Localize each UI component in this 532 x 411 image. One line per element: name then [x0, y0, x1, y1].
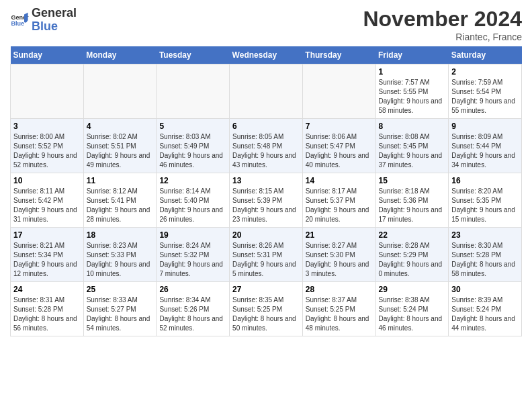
day-detail: Sunrise: 8:27 AM Sunset: 5:30 PM Dayligh… [306, 241, 373, 279]
logo-text: General Blue [32, 7, 77, 34]
calendar-cell: 24Sunrise: 8:31 AM Sunset: 5:28 PM Dayli… [11, 282, 84, 336]
calendar-cell: 20Sunrise: 8:26 AM Sunset: 5:31 PM Dayli… [230, 228, 303, 282]
day-detail: Sunrise: 8:30 AM Sunset: 5:28 PM Dayligh… [451, 241, 519, 279]
calendar-cell: 21Sunrise: 8:27 AM Sunset: 5:30 PM Dayli… [302, 228, 375, 282]
day-number: 7 [306, 122, 373, 131]
weekday-header-row: Sunday Monday Tuesday Wednesday Thursday… [11, 46, 522, 64]
day-number: 12 [159, 176, 226, 185]
day-detail: Sunrise: 8:14 AM Sunset: 5:40 PM Dayligh… [159, 187, 226, 224]
day-number: 16 [451, 176, 519, 185]
day-detail: Sunrise: 8:39 AM Sunset: 5:24 PM Dayligh… [451, 295, 519, 333]
calendar-body: 1Sunrise: 7:57 AM Sunset: 5:55 PM Daylig… [11, 64, 522, 336]
day-detail: Sunrise: 8:23 AM Sunset: 5:33 PM Dayligh… [87, 241, 154, 279]
calendar-cell: 16Sunrise: 8:20 AM Sunset: 5:35 PM Dayli… [449, 173, 522, 228]
calendar-cell: 12Sunrise: 8:14 AM Sunset: 5:40 PM Dayli… [157, 173, 230, 228]
day-number: 15 [379, 176, 446, 185]
day-detail: Sunrise: 7:57 AM Sunset: 5:55 PM Dayligh… [379, 78, 446, 116]
day-number: 25 [87, 285, 154, 294]
calendar-cell: 17Sunrise: 8:21 AM Sunset: 5:34 PM Dayli… [11, 228, 84, 282]
calendar-cell: 30Sunrise: 8:39 AM Sunset: 5:24 PM Dayli… [449, 282, 522, 336]
day-detail: Sunrise: 8:05 AM Sunset: 5:48 PM Dayligh… [232, 132, 300, 170]
day-detail: Sunrise: 8:28 AM Sunset: 5:29 PM Dayligh… [379, 241, 446, 279]
day-detail: Sunrise: 8:31 AM Sunset: 5:28 PM Dayligh… [13, 295, 81, 333]
calendar-cell: 26Sunrise: 8:34 AM Sunset: 5:26 PM Dayli… [157, 282, 230, 336]
day-number: 27 [232, 285, 300, 294]
calendar-week-row: 10Sunrise: 8:11 AM Sunset: 5:42 PM Dayli… [11, 173, 522, 228]
day-detail: Sunrise: 8:26 AM Sunset: 5:31 PM Dayligh… [232, 241, 300, 279]
header-monday: Monday [83, 46, 157, 64]
calendar-cell: 14Sunrise: 8:17 AM Sunset: 5:37 PM Dayli… [302, 173, 375, 228]
calendar-week-row: 3Sunrise: 8:00 AM Sunset: 5:52 PM Daylig… [11, 119, 522, 173]
calendar-cell: 11Sunrise: 8:12 AM Sunset: 5:41 PM Dayli… [83, 173, 157, 228]
calendar-cell: 29Sunrise: 8:38 AM Sunset: 5:24 PM Dayli… [375, 282, 449, 336]
day-number: 13 [232, 176, 300, 185]
calendar-week-row: 1Sunrise: 7:57 AM Sunset: 5:55 PM Daylig… [11, 64, 522, 119]
svg-text:Blue: Blue [11, 20, 24, 27]
calendar-cell: 9Sunrise: 8:09 AM Sunset: 5:44 PM Daylig… [449, 119, 522, 173]
calendar-cell [157, 64, 230, 119]
calendar-week-row: 17Sunrise: 8:21 AM Sunset: 5:34 PM Dayli… [11, 228, 522, 282]
day-detail: Sunrise: 8:35 AM Sunset: 5:25 PM Dayligh… [232, 295, 300, 333]
calendar-cell: 23Sunrise: 8:30 AM Sunset: 5:28 PM Dayli… [449, 228, 522, 282]
day-detail: Sunrise: 8:00 AM Sunset: 5:52 PM Dayligh… [13, 132, 81, 170]
header-saturday: Saturday [449, 46, 522, 64]
header-tuesday: Tuesday [157, 46, 230, 64]
day-detail: Sunrise: 8:21 AM Sunset: 5:34 PM Dayligh… [13, 241, 81, 279]
calendar-cell [11, 64, 84, 119]
day-number: 23 [451, 230, 519, 240]
calendar-cell: 10Sunrise: 8:11 AM Sunset: 5:42 PM Dayli… [11, 173, 84, 228]
day-detail: Sunrise: 8:15 AM Sunset: 5:39 PM Dayligh… [232, 187, 300, 224]
calendar-cell: 7Sunrise: 8:06 AM Sunset: 5:47 PM Daylig… [302, 119, 375, 173]
logo-icon: General Blue [10, 11, 29, 30]
day-number: 17 [13, 230, 81, 240]
calendar-cell: 8Sunrise: 8:08 AM Sunset: 5:45 PM Daylig… [375, 119, 449, 173]
calendar-cell: 28Sunrise: 8:37 AM Sunset: 5:25 PM Dayli… [302, 282, 375, 336]
day-number: 4 [87, 122, 154, 131]
day-detail: Sunrise: 8:17 AM Sunset: 5:37 PM Dayligh… [306, 187, 373, 224]
day-number: 24 [13, 285, 81, 294]
day-detail: Sunrise: 8:18 AM Sunset: 5:36 PM Dayligh… [379, 187, 446, 224]
day-number: 2 [451, 67, 519, 77]
day-number: 10 [13, 176, 81, 185]
header-thursday: Thursday [302, 46, 375, 64]
day-number: 26 [159, 285, 226, 294]
header-friday: Friday [375, 46, 449, 64]
calendar-cell: 3Sunrise: 8:00 AM Sunset: 5:52 PM Daylig… [11, 119, 84, 173]
day-number: 1 [379, 67, 446, 77]
day-number: 9 [451, 122, 519, 131]
day-detail: Sunrise: 8:37 AM Sunset: 5:25 PM Dayligh… [306, 295, 373, 333]
calendar-cell: 27Sunrise: 8:35 AM Sunset: 5:25 PM Dayli… [230, 282, 303, 336]
calendar-cell: 19Sunrise: 8:24 AM Sunset: 5:32 PM Dayli… [157, 228, 230, 282]
day-number: 21 [306, 230, 373, 240]
calendar-cell: 1Sunrise: 7:57 AM Sunset: 5:55 PM Daylig… [375, 64, 449, 119]
day-detail: Sunrise: 8:08 AM Sunset: 5:45 PM Dayligh… [379, 132, 446, 170]
calendar-header: Sunday Monday Tuesday Wednesday Thursday… [11, 46, 522, 64]
calendar-cell: 13Sunrise: 8:15 AM Sunset: 5:39 PM Dayli… [230, 173, 303, 228]
day-number: 5 [159, 122, 226, 131]
day-detail: Sunrise: 8:38 AM Sunset: 5:24 PM Dayligh… [379, 295, 446, 333]
day-number: 19 [159, 230, 226, 240]
day-detail: Sunrise: 7:59 AM Sunset: 5:54 PM Dayligh… [451, 78, 519, 116]
day-number: 3 [13, 122, 81, 131]
calendar-cell: 22Sunrise: 8:28 AM Sunset: 5:29 PM Dayli… [375, 228, 449, 282]
day-detail: Sunrise: 8:09 AM Sunset: 5:44 PM Dayligh… [451, 132, 519, 170]
header-sunday: Sunday [11, 46, 84, 64]
calendar-cell: 15Sunrise: 8:18 AM Sunset: 5:36 PM Dayli… [375, 173, 449, 228]
calendar-cell [230, 64, 303, 119]
day-number: 18 [87, 230, 154, 240]
calendar-cell: 5Sunrise: 8:03 AM Sunset: 5:49 PM Daylig… [157, 119, 230, 173]
page-header: General Blue General Blue November 2024 … [10, 7, 522, 42]
day-detail: Sunrise: 8:34 AM Sunset: 5:26 PM Dayligh… [159, 295, 226, 333]
day-number: 8 [379, 122, 446, 131]
calendar-cell [83, 64, 157, 119]
day-number: 30 [451, 285, 519, 294]
calendar-cell: 4Sunrise: 8:02 AM Sunset: 5:51 PM Daylig… [83, 119, 157, 173]
logo: General Blue General Blue [10, 7, 77, 34]
day-number: 6 [232, 122, 300, 131]
calendar-cell: 18Sunrise: 8:23 AM Sunset: 5:33 PM Dayli… [83, 228, 157, 282]
day-number: 29 [379, 285, 446, 294]
page-title: November 2024 [363, 7, 522, 32]
calendar-week-row: 24Sunrise: 8:31 AM Sunset: 5:28 PM Dayli… [11, 282, 522, 336]
day-detail: Sunrise: 8:03 AM Sunset: 5:49 PM Dayligh… [159, 132, 226, 170]
calendar-cell: 25Sunrise: 8:33 AM Sunset: 5:27 PM Dayli… [83, 282, 157, 336]
